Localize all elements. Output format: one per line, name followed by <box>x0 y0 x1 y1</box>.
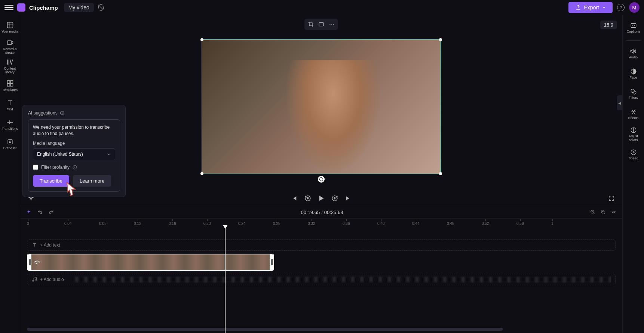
brand-name: Clipchamp <box>29 4 58 11</box>
fit-button[interactable] <box>316 20 326 28</box>
filter-profanity-checkbox[interactable] <box>33 165 38 170</box>
clip-trim-right[interactable] <box>270 254 273 270</box>
transitions-icon <box>6 119 14 126</box>
audio-icon <box>630 48 637 55</box>
nav-adjust-colors[interactable]: Adjust colors <box>624 125 643 143</box>
nav-audio[interactable]: Audio <box>624 45 643 62</box>
nav-speed[interactable]: Speed <box>624 146 643 164</box>
svg-rect-1 <box>7 41 12 45</box>
aspect-ratio-selector[interactable]: 16:9 <box>600 21 617 29</box>
ruler-tick: 0:20 <box>203 222 211 226</box>
undo-button[interactable] <box>37 209 43 216</box>
zoom-out-button[interactable] <box>589 209 596 216</box>
language-select[interactable]: English (United States) <box>33 148 115 160</box>
transcribe-button[interactable]: Transcribe <box>33 175 69 187</box>
nav-label: Transitions <box>2 127 18 131</box>
play-button[interactable] <box>317 194 325 202</box>
ai-suggestions-panel: AI suggestions We need your permission t… <box>22 105 126 197</box>
timecode-display: 00:19.65/00:25.63 <box>301 210 343 215</box>
zoom-in-button[interactable] <box>600 209 607 216</box>
rotate-handle[interactable] <box>318 176 325 183</box>
rewind-button[interactable]: 5 <box>304 194 312 202</box>
help-button[interactable]: ? <box>617 4 625 11</box>
export-button[interactable]: Export <box>568 2 613 13</box>
nav-your-media[interactable]: Your media <box>1 18 19 37</box>
nav-text[interactable]: Text <box>1 96 19 114</box>
nav-label: Your media <box>1 30 18 34</box>
nav-content-library[interactable]: Content library <box>1 57 19 76</box>
forward-icon: 5 <box>331 195 338 202</box>
chevron-down-icon <box>107 152 111 156</box>
skip-end-button[interactable] <box>344 194 352 202</box>
svg-rect-5 <box>10 83 13 86</box>
clip-trim-left[interactable] <box>28 254 31 270</box>
skip-back-icon <box>291 195 297 201</box>
svg-rect-6 <box>8 140 12 144</box>
nav-label: Fade <box>629 76 637 79</box>
sparkle-icon <box>26 210 31 215</box>
preview-canvas[interactable] <box>202 39 441 174</box>
info-icon[interactable] <box>73 165 77 169</box>
nav-fade[interactable]: Fade <box>624 65 643 83</box>
fit-timeline-button[interactable] <box>610 209 617 216</box>
ruler-tick: 0:48 <box>447 222 454 226</box>
nav-filters[interactable]: Filters <box>624 85 643 103</box>
nav-transitions[interactable]: Transitions <box>1 115 19 134</box>
add-text-label: + Add text <box>40 242 60 248</box>
svg-point-10 <box>331 24 332 25</box>
ruler-tick: 0:32 <box>308 222 315 226</box>
sparkle-button[interactable] <box>25 209 32 216</box>
fullscreen-button[interactable] <box>607 194 616 202</box>
ruler-tick: 0:28 <box>273 222 280 226</box>
undo-icon <box>37 210 43 215</box>
user-avatar[interactable]: M <box>629 2 640 13</box>
timeline-ruler[interactable]: 0 0:04 0:08 0:12 0:16 0:20 0:24 0:28 0:3… <box>20 219 622 228</box>
video-clip[interactable] <box>27 254 274 271</box>
fade-icon <box>630 68 637 75</box>
skip-forward-icon <box>345 195 351 201</box>
nav-label: Text <box>7 108 13 111</box>
ruler-tick: 0:40 <box>377 222 384 226</box>
templates-icon <box>6 80 14 87</box>
text-icon <box>6 99 14 107</box>
nav-captions[interactable]: Captions <box>624 19 643 37</box>
skip-start-button[interactable] <box>290 194 298 202</box>
chevron-down-icon <box>602 6 606 9</box>
more-icon <box>329 21 335 27</box>
ruler-tick: 0:44 <box>412 222 419 226</box>
add-audio-label: + Add audio <box>40 277 64 282</box>
language-value: English (United States) <box>37 152 83 157</box>
ruler-tick: 0:24 <box>238 222 245 226</box>
nav-label: Record & create <box>1 48 19 55</box>
playhead[interactable] <box>225 228 226 333</box>
panel-collapse-button[interactable]: ◀ <box>617 95 622 110</box>
project-title[interactable]: My video <box>64 3 94 12</box>
mute-icon[interactable] <box>34 259 40 265</box>
redo-button[interactable] <box>48 209 55 216</box>
nav-effects[interactable]: Effects <box>624 105 643 123</box>
fullscreen-icon <box>608 195 614 201</box>
nav-label: Brand kit <box>3 147 17 150</box>
add-text-track[interactable]: + Add text <box>27 239 616 251</box>
app-logo <box>17 3 25 12</box>
forward-button[interactable]: 5 <box>331 194 339 202</box>
nav-label: Captions <box>627 30 640 33</box>
learn-more-button[interactable]: Learn more <box>73 175 111 187</box>
nav-brand-kit[interactable]: Brand kit <box>1 135 19 153</box>
effects-icon <box>630 109 637 115</box>
ruler-tick: 0:04 <box>64 222 71 226</box>
record-icon <box>6 39 14 46</box>
info-icon[interactable] <box>60 111 64 115</box>
menu-button[interactable] <box>4 3 13 12</box>
add-audio-track[interactable]: + Add audio <box>27 274 616 285</box>
more-button[interactable] <box>327 20 337 28</box>
redo-icon <box>49 210 54 215</box>
nav-templates[interactable]: Templates <box>1 76 19 95</box>
svg-rect-3 <box>10 80 13 83</box>
ruler-tick: 0:52 <box>482 222 489 226</box>
nav-record-create[interactable]: Record & create <box>1 37 19 56</box>
total-time: 00:25.63 <box>324 210 343 215</box>
crop-button[interactable] <box>306 20 316 28</box>
rewind-icon: 5 <box>304 195 311 202</box>
timeline-scrollbar[interactable] <box>27 328 503 331</box>
